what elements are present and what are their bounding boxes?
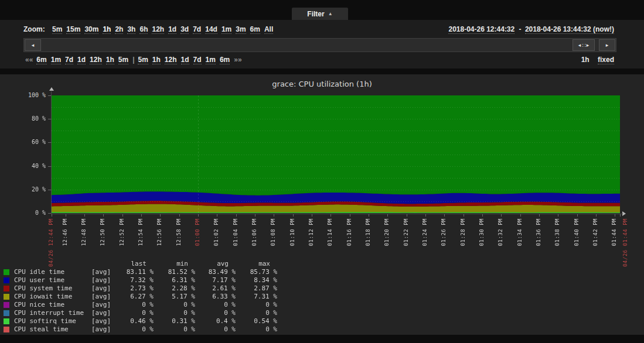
series-max: 0 % (236, 300, 277, 308)
series-color-swatch-user (4, 277, 9, 283)
legend-header-row: lastminavgmax (4, 259, 277, 267)
x-time-label: 01:24 PM (422, 218, 428, 246)
zoom-link-all[interactable]: All (264, 25, 273, 34)
zoom-link-5m[interactable]: 5m (52, 25, 62, 34)
nav-row: ««6m1m7d1d12h1h5m|5m1h12h1d7d1m6m»» 1h f… (23, 56, 616, 65)
x-time-label: 01:32 PM (498, 218, 503, 246)
series-color-swatch-iowait (4, 294, 9, 300)
nav-forward-link-1d[interactable]: 1d (181, 56, 189, 64)
zoom-link-12h[interactable]: 12h (152, 25, 164, 34)
series-name: CPU softirq time (14, 317, 91, 325)
x-time-label: 01:04 PM (233, 218, 238, 246)
right-arrow-icon: ▸ (606, 42, 609, 48)
x-tick-mark (160, 214, 161, 217)
nav-back-link-7d[interactable]: 7d (65, 56, 73, 64)
x-tick-mark (539, 214, 540, 217)
graph-panel: grace: CPU utilization (1h) 100 %80 %60 … (0, 74, 644, 335)
legend-color-cell (4, 308, 14, 317)
zoom-link-14d[interactable]: 14d (205, 25, 217, 34)
series-name: CPU user time (14, 276, 91, 284)
x-date-label: 04/26 01:44 PM (622, 218, 628, 267)
x-tick-mark (330, 214, 331, 217)
zoom-link-3h[interactable]: 3h (127, 25, 135, 34)
series-min: 81.52 % (154, 267, 195, 276)
time-range: 2018-04-26 12:44:32 - 2018-04-26 13:44:3… (447, 25, 616, 33)
series-max: 0 % (236, 308, 277, 317)
x-tick-mark (52, 214, 52, 217)
x-tick-mark (620, 214, 621, 217)
zoom-label: Zoom: (23, 25, 45, 33)
series-avg: 2.61 % (195, 284, 236, 292)
nav-forward-link-12h[interactable]: 12h (165, 56, 177, 64)
series-avg: 83.49 % (195, 267, 236, 276)
x-time-label: 01:38 PM (554, 218, 560, 246)
x-tick-mark (501, 214, 502, 217)
collapse-caret-icon: ▲ (328, 11, 333, 16)
nav-next-icon[interactable]: »» (234, 56, 241, 64)
zoom-link-1m[interactable]: 1m (222, 25, 231, 34)
nav-back-link-1h[interactable]: 1h (106, 56, 114, 64)
zoom-link-2h[interactable]: 2h (115, 25, 123, 34)
scrollbar-handle[interactable]: ◂ ∷ ▸ (573, 39, 595, 51)
series-min: 0 % (154, 308, 195, 317)
zoom-link-30m[interactable]: 30m (84, 25, 98, 34)
zoom-link-15m[interactable]: 15m (66, 25, 80, 34)
legend-header-spacer (4, 259, 14, 267)
zoom-link-3d[interactable]: 3d (180, 25, 189, 34)
filter-tab[interactable]: Filter ▲ (292, 8, 348, 20)
zabbix-monitoring-page: Filter ▲ Zoom: 5m15m30m1h2h3h6h12h1d3d7d… (0, 0, 644, 343)
fixed-link[interactable]: fixed (598, 56, 614, 64)
scroll-left-button[interactable]: ◂ (25, 39, 41, 51)
nav-forward-link-7d[interactable]: 7d (193, 56, 202, 64)
zoom-link-6m[interactable]: 6m (250, 25, 260, 34)
series-avg: 7.17 % (195, 276, 236, 284)
x-tick-mark (520, 214, 521, 217)
nav-back-link-6m[interactable]: 6m (36, 56, 46, 64)
date-to-link[interactable]: 2018-04-26 13:44:32 (now!) (525, 25, 614, 34)
series-max: 7.31 % (236, 292, 277, 300)
zoom-links: 5m15m30m1h2h3h6h12h1d3d7d14d1m3m6mAll (50, 25, 275, 33)
nav-forward-link-1m[interactable]: 1m (206, 56, 216, 64)
y-tick-label: 20 % (15, 186, 46, 193)
handle-right-arrow-icon: ▸ (587, 42, 590, 48)
x-tick-mark (464, 214, 464, 217)
nav-forward-link-5m[interactable]: 5m (138, 56, 148, 64)
nav-forward-link-1h[interactable]: 1h (152, 56, 161, 64)
series-source: [avg] (91, 284, 118, 292)
nav-forward-link-6m[interactable]: 6m (220, 56, 230, 64)
x-time-label: 12:54 PM (138, 218, 144, 246)
x-tick-mark (217, 214, 217, 217)
x-time-label: 12:50 PM (100, 218, 105, 246)
x-tick-mark (103, 214, 104, 217)
y-tick-label: 60 % (15, 139, 46, 145)
nav-back-link-1d[interactable]: 1d (77, 56, 86, 64)
series-color-swatch-system (4, 286, 9, 291)
grip-icon: ∷ (582, 42, 585, 49)
zoom-link-1h[interactable]: 1h (103, 25, 111, 34)
nav-back-link-1m[interactable]: 1m (51, 56, 61, 64)
cpu-utilization-chart[interactable] (52, 95, 620, 213)
series-source: [avg] (91, 308, 118, 317)
legend-color-cell (4, 325, 14, 333)
scroll-right-button[interactable]: ▸ (599, 39, 615, 51)
x-time-label: 01:16 PM (346, 218, 352, 246)
scrollbar-track[interactable] (42, 39, 572, 52)
x-time-label: 01:34 PM (517, 218, 523, 246)
range-label: 1h (581, 56, 590, 64)
date-from-link[interactable]: 2018-04-26 12:44:32 (448, 25, 514, 34)
nav-back-link-5m[interactable]: 5m (118, 56, 128, 64)
x-tick-mark (122, 214, 123, 217)
nav-back-link-12h[interactable]: 12h (90, 56, 102, 64)
x-tick-mark (255, 214, 255, 217)
zoom-link-6h[interactable]: 6h (139, 25, 148, 34)
nav-prev-icon[interactable]: «« (25, 56, 33, 64)
zoom-link-3m[interactable]: 3m (236, 25, 246, 34)
legend-color-cell (4, 317, 14, 325)
y-tick-label: 100 % (15, 92, 46, 98)
series-name: CPU nice time (14, 300, 91, 308)
series-color-swatch-nice (4, 302, 9, 308)
zoom-link-1d[interactable]: 1d (168, 25, 176, 34)
zoom-link-7d[interactable]: 7d (193, 25, 201, 34)
x-time-label: 01:36 PM (536, 218, 541, 246)
x-time-label: 12:58 PM (176, 218, 182, 246)
